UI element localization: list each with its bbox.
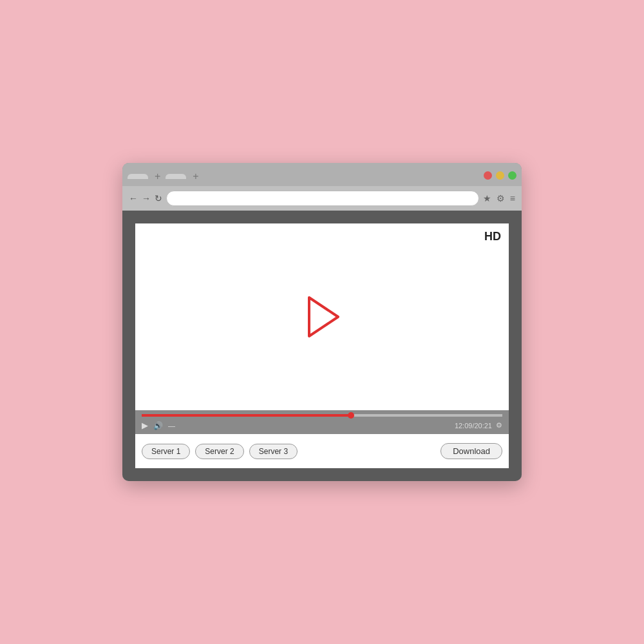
progress-fill <box>142 414 351 417</box>
server-3-button[interactable]: Server 3 <box>249 444 298 459</box>
play-pause-button[interactable]: ▶ <box>142 421 148 430</box>
minimize-button[interactable] <box>496 171 504 180</box>
server-1-button[interactable]: Server 1 <box>142 444 190 459</box>
server-row: Server 1 Server 2 Server 3 Download <box>135 434 509 468</box>
volume-bar[interactable]: — <box>168 422 175 430</box>
settings-icon[interactable]: ⚙ <box>497 193 505 204</box>
toolbar: ← → ↻ ★ ⚙ ≡ <box>122 186 522 211</box>
controls-row: ▶ 🔊 — 12:09/20:21 ⚙ <box>142 421 502 430</box>
reload-button[interactable]: ↻ <box>155 193 162 204</box>
progress-dot <box>348 412 354 419</box>
play-icon[interactable] <box>296 291 348 343</box>
close-button[interactable] <box>484 171 492 180</box>
progress-bar[interactable] <box>142 414 502 417</box>
download-button[interactable]: Download <box>440 443 502 459</box>
svg-marker-0 <box>309 298 338 336</box>
player-settings-icon[interactable]: ⚙ <box>496 421 502 430</box>
hd-badge: HD <box>484 230 501 243</box>
server-2-button[interactable]: Server 2 <box>195 444 243 459</box>
browser-window: + + ← → ↻ ★ ⚙ ≡ HD <box>122 163 522 481</box>
controls-right: 12:09/20:21 ⚙ <box>455 421 502 430</box>
tab-bar: + + <box>122 163 522 186</box>
address-bar[interactable] <box>166 191 479 206</box>
toolbar-icons: ★ ⚙ ≡ <box>483 193 515 204</box>
maximize-button[interactable] <box>508 171 516 180</box>
tab-1[interactable] <box>128 174 148 179</box>
player-controls: ▶ 🔊 — 12:09/20:21 ⚙ <box>135 410 509 434</box>
volume-button[interactable]: 🔊 <box>153 421 163 430</box>
back-button[interactable]: ← <box>129 193 138 204</box>
menu-icon[interactable]: ≡ <box>510 193 515 204</box>
new-tab-button-1[interactable]: + <box>149 171 166 182</box>
forward-button[interactable]: → <box>142 193 151 204</box>
new-tab-button-2[interactable]: + <box>187 171 204 182</box>
time-display: 12:09/20:21 <box>455 422 492 430</box>
tab-2[interactable] <box>166 174 186 179</box>
video-screen[interactable]: HD <box>135 223 509 410</box>
window-controls <box>484 171 516 182</box>
controls-left: ▶ 🔊 — <box>142 421 175 430</box>
content-area: HD ▶ 🔊 — <box>122 211 522 481</box>
bookmark-icon[interactable]: ★ <box>483 193 491 204</box>
video-player: HD ▶ 🔊 — <box>135 223 509 468</box>
